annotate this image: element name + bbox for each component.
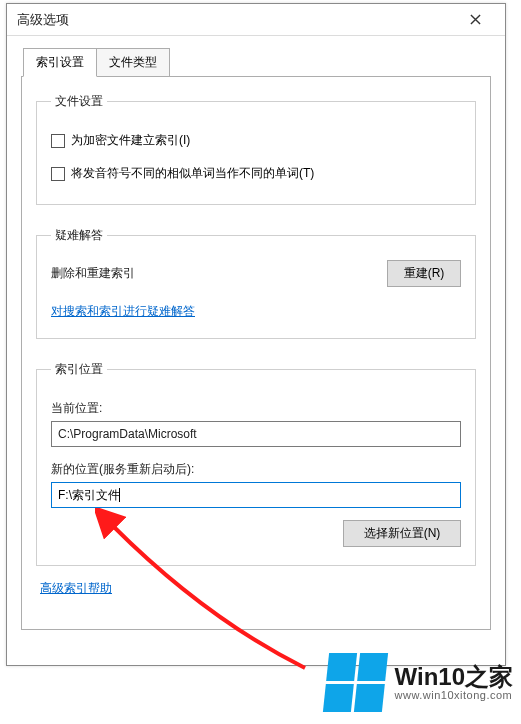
troubleshoot-group: 疑难解答 删除和重建索引 重建(R) 对搜索和索引进行疑难解答 — [36, 227, 476, 339]
select-new-location-button[interactable]: 选择新位置(N) — [343, 520, 461, 547]
tab-label: 索引设置 — [36, 55, 84, 69]
advanced-index-help-link[interactable]: 高级索引帮助 — [40, 580, 112, 597]
checkbox-label: 将发音符号不同的相似单词当作不同的单词(T) — [71, 165, 314, 182]
delete-rebuild-text: 删除和重建索引 — [51, 265, 387, 282]
advanced-options-dialog: 高级选项 索引设置 文件类型 文件设置 为加密文件建立索引(I) — [6, 3, 506, 666]
tabstrip: 索引设置 文件类型 — [23, 48, 491, 77]
checkbox-index-encrypted[interactable]: 为加密文件建立索引(I) — [51, 132, 461, 149]
index-location-group: 索引位置 当前位置: 新的位置(服务重新启动后): F:\索引文件 选择新位置(… — [36, 361, 476, 566]
close-icon — [470, 14, 481, 25]
file-settings-group: 文件设置 为加密文件建立索引(I) 将发音符号不同的相似单词当作不同的单词(T) — [36, 93, 476, 205]
tab-index-settings[interactable]: 索引设置 — [23, 48, 97, 77]
troubleshoot-legend: 疑难解答 — [51, 227, 107, 244]
checkbox-icon — [51, 167, 65, 181]
windows-logo-icon — [322, 653, 387, 712]
window-title: 高级选项 — [17, 11, 455, 29]
watermark-brand: Win10之家 — [395, 665, 513, 689]
watermark-url: www.win10xitong.com — [395, 689, 513, 701]
new-location-value: F:\索引文件 — [58, 487, 120, 504]
text-caret-icon — [119, 488, 120, 502]
index-location-legend: 索引位置 — [51, 361, 107, 378]
current-location-field[interactable] — [51, 421, 461, 447]
tab-file-types[interactable]: 文件类型 — [96, 48, 170, 77]
tab-panel-index-settings: 文件设置 为加密文件建立索引(I) 将发音符号不同的相似单词当作不同的单词(T)… — [21, 76, 491, 630]
tab-label: 文件类型 — [109, 55, 157, 69]
file-settings-legend: 文件设置 — [51, 93, 107, 110]
checkbox-label: 为加密文件建立索引(I) — [71, 132, 190, 149]
watermark: Win10之家 www.win10xitong.com — [326, 653, 513, 712]
current-location-label: 当前位置: — [51, 400, 461, 417]
new-location-field[interactable]: F:\索引文件 — [51, 482, 461, 508]
client-area: 索引设置 文件类型 文件设置 为加密文件建立索引(I) 将发音符号不同的相似单词… — [7, 36, 505, 640]
checkbox-icon — [51, 134, 65, 148]
rebuild-button[interactable]: 重建(R) — [387, 260, 461, 287]
troubleshoot-link[interactable]: 对搜索和索引进行疑难解答 — [51, 303, 195, 320]
checkbox-diacritics[interactable]: 将发音符号不同的相似单词当作不同的单词(T) — [51, 165, 461, 182]
new-location-label: 新的位置(服务重新启动后): — [51, 461, 461, 478]
titlebar: 高级选项 — [7, 4, 505, 36]
close-button[interactable] — [455, 6, 495, 34]
